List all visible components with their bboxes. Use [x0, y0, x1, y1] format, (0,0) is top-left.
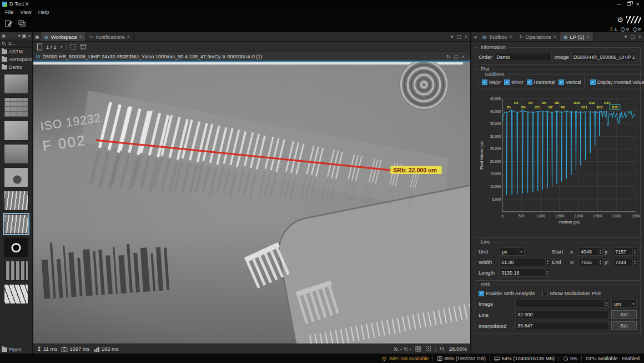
crop-icon[interactable]	[80, 44, 87, 50]
workspace-area: ▣ ▤ Workspace × ▭ Notifications × ▾ ▢ ×	[33, 32, 470, 354]
menu-view[interactable]: View	[17, 9, 34, 15]
close-doc-icon[interactable]: ×	[462, 54, 465, 59]
end-x-stepper[interactable]: ▲▼	[578, 258, 603, 266]
chevron-down-icon[interactable]: ▾	[18, 33, 21, 38]
tab-operations[interactable]: ↻ Operations ×	[516, 32, 560, 41]
search-input[interactable]: S...	[8, 41, 16, 46]
order-input[interactable]	[494, 53, 552, 61]
end-y-stepper[interactable]: ▲▼	[613, 258, 637, 266]
panel-tabstrip: ◂ ▤ Toolbox × ↻ Operations × ▦ LP (1) ×	[471, 32, 644, 42]
chevron-down-icon[interactable]: ▾	[451, 34, 454, 39]
folder-icon	[2, 347, 7, 352]
grid-icon[interactable]	[415, 346, 421, 352]
srb-unit-select[interactable]: um ▼	[611, 300, 637, 308]
maximize-doc-icon[interactable]: ▢	[454, 54, 459, 59]
pin-icon[interactable]: ▣	[33, 32, 41, 41]
minimize-icon[interactable]	[617, 4, 621, 4]
folder-item-pipes[interactable]: Pipes	[0, 346, 32, 354]
width-stepper[interactable]: ▲▼	[499, 258, 550, 266]
zoom-icon[interactable]	[440, 346, 445, 352]
edit-report-icon[interactable]	[3, 19, 13, 28]
srb-line-input[interactable]	[515, 311, 609, 319]
folder-item-demo[interactable]: Demo	[0, 63, 32, 71]
image-input[interactable]	[571, 53, 637, 61]
maximize-panel-icon[interactable]: ▢	[456, 34, 461, 39]
message-indicator[interactable]: i0	[633, 27, 641, 32]
page-indicator: 1 / 1	[46, 44, 57, 50]
warning-indicator[interactable]: ⚠1	[609, 27, 617, 32]
image-document-tab[interactable]: ▤ D5000-HR_500006_UHIP 24x30 #B3E3NU_Yxl…	[33, 52, 470, 62]
page-icon	[37, 43, 43, 51]
info-indicator[interactable]: i0	[621, 27, 628, 32]
restore-icon[interactable]	[627, 2, 631, 6]
explorer-search[interactable]: S...	[0, 39, 32, 48]
refresh-icon[interactable]: ↻	[446, 54, 451, 59]
tab-close-icon[interactable]: ×	[79, 34, 82, 39]
thumbnail[interactable]	[4, 237, 28, 257]
zoom-level[interactable]: 28.00%	[449, 346, 467, 352]
close-panel-icon[interactable]: ×	[465, 34, 467, 39]
viewer-statusbar: 11 ms 1697 ms 182 ms X: - Y: - 28.00%	[33, 344, 470, 354]
panel-options-icon[interactable]: ◉	[2, 33, 6, 38]
menu-file[interactable]: File	[2, 9, 17, 15]
thumbnail[interactable]	[4, 121, 28, 141]
checkbox-horizontal[interactable]: ✓ Horizontal	[527, 79, 555, 85]
folder-item-astm[interactable]: ASTM	[0, 48, 32, 56]
tab-close-icon[interactable]: ×	[554, 34, 556, 39]
srb-interpolated-input[interactable]	[515, 322, 609, 330]
srb-interpolated-set-button[interactable]: Set	[611, 321, 637, 330]
thumbnail[interactable]	[4, 167, 28, 187]
maximize-panel-icon[interactable]: ▢	[630, 34, 635, 39]
unit-label: Unit	[479, 248, 497, 255]
checkbox-display-inverted[interactable]: ✓ Display Inverted Values	[590, 79, 644, 85]
thumbnail[interactable]	[4, 97, 28, 117]
tab-label: Toolbox	[489, 34, 507, 40]
thumbnail[interactable]	[4, 284, 28, 304]
close-icon[interactable]: ×	[636, 1, 640, 7]
add-page-button[interactable]: +	[60, 44, 63, 50]
dock-icon[interactable]: ▣	[22, 33, 27, 38]
start-y-stepper[interactable]: ▲▼	[613, 247, 637, 256]
svg-text:D11: D11	[581, 106, 587, 109]
thumbnail[interactable]	[4, 74, 28, 94]
y-label: y:	[605, 248, 611, 255]
tab-notifications[interactable]: ▭ Notifications ×	[86, 32, 134, 41]
panel-close-icon[interactable]: ×	[28, 33, 31, 38]
thumbnail[interactable]	[4, 191, 28, 211]
image-viewer[interactable]: ISO 19232 F 002 SRb: 32.000 um	[33, 62, 470, 344]
thumbnail[interactable]	[4, 144, 28, 164]
menu-help[interactable]: Help	[35, 9, 53, 15]
tab-toolbox[interactable]: ▤ Toolbox ×	[479, 32, 516, 41]
length-stepper[interactable]: ▲▼	[499, 268, 550, 277]
checkbox-minor[interactable]: ✓ Minor	[504, 79, 523, 85]
images-icon[interactable]	[17, 19, 27, 28]
start-x-stepper[interactable]: ▲▼	[578, 247, 603, 256]
folder-item-aerospace[interactable]: Aerospace	[0, 56, 32, 63]
tab-lp[interactable]: ▦ LP (1) ×	[560, 32, 593, 41]
tab-workspace[interactable]: ▤ Workspace ×	[41, 32, 86, 41]
information-group: Information Order Image	[475, 47, 641, 65]
thumbnail[interactable]	[4, 261, 28, 281]
titlebar: D-Tect X ×	[0, 0, 644, 8]
dots-grid-icon[interactable]	[425, 346, 431, 352]
chevron-down-icon[interactable]: ▾	[625, 34, 627, 39]
unit-select[interactable]: px ▼	[499, 247, 525, 256]
checkbox-enable-srb[interactable]: ✓ Enable SRb Analysis	[479, 290, 535, 296]
xray-image[interactable]: ISO 19232 F 002 SRb: 32.000 um	[33, 62, 470, 344]
checkbox-show-modulation[interactable]: ✓ Show Modulation Plot	[542, 290, 601, 296]
checkbox-vertical[interactable]: ✓ Vertical	[559, 79, 581, 85]
scroll-left-icon[interactable]: ◂	[471, 32, 479, 41]
svg-text:D2: D2	[514, 101, 519, 105]
marquee-icon[interactable]	[70, 44, 77, 50]
srb-image-select[interactable]: ▲▼	[515, 300, 609, 308]
tab-close-icon[interactable]: ×	[586, 34, 589, 39]
tab-close-icon[interactable]: ×	[509, 34, 512, 39]
checkbox-box: ✓	[479, 291, 484, 296]
settings-gear-icon[interactable]: ⚙	[617, 16, 623, 23]
svg-text:40,000: 40,000	[490, 110, 501, 113]
tab-close-icon[interactable]: ×	[127, 34, 129, 39]
checkbox-major[interactable]: ✓ Major	[482, 79, 501, 85]
srb-line-set-button[interactable]: Set	[611, 310, 637, 319]
close-panel-icon[interactable]: ×	[638, 34, 641, 39]
thumbnail[interactable]	[4, 214, 28, 234]
